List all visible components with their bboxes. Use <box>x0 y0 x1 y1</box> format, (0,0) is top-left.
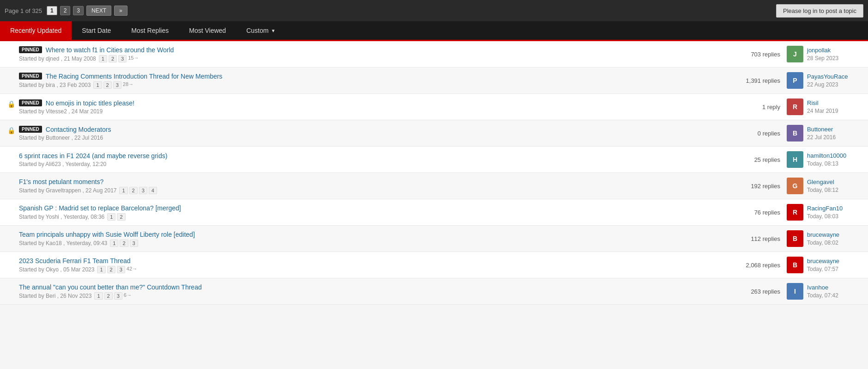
next-button[interactable]: NEXT <box>86 6 111 16</box>
last-poster-username[interactable]: Ivanhoe <box>807 283 838 292</box>
topic-title-link[interactable]: F1's most petulant moments? <box>19 178 103 185</box>
last-poster-info: BButtoneer22 Jul 2016 <box>787 125 861 141</box>
last-poster-username[interactable]: brucewayne <box>807 257 839 265</box>
reply-count: 112 replies <box>743 235 780 242</box>
topic-title-link[interactable]: The Racing Comments Introduction Thread … <box>46 73 223 80</box>
page-link[interactable]: 1 <box>97 266 105 273</box>
topic-meta: Started by bira , 23 Feb 2003123 28→ <box>19 81 713 89</box>
last-poster-username[interactable]: Glengavel <box>807 178 838 186</box>
user-details: brucewayneToday, 07:57 <box>807 257 839 273</box>
page-link[interactable]: 3 <box>118 55 127 62</box>
reply-count: 192 replies <box>743 183 780 190</box>
pinned-badge: PINNED <box>19 99 42 106</box>
table-row: 🔒PINNEDThe Racing Comments Introduction … <box>0 68 868 94</box>
page-link[interactable]: 3 <box>130 240 138 247</box>
topic-title-link[interactable]: 6 sprint races in F1 2024 (and maybe rev… <box>19 152 167 160</box>
topic-title-link[interactable]: 2023 Scuderia Ferrari F1 Team Thread <box>19 257 131 264</box>
topic-content: PINNEDThe Racing Comments Introduction T… <box>19 73 713 89</box>
topic-content: Team principals unhappy with Susie Wolff… <box>19 231 713 247</box>
topic-meta-text: Started by Buttoneer , 22 Jul 2016 <box>19 135 103 141</box>
tab-custom[interactable]: Custom ▼ <box>236 21 285 40</box>
table-row: 🔒PINNEDContacting ModeratorsStarted by B… <box>0 120 868 147</box>
tab-most-replies[interactable]: Most Replies <box>121 21 179 40</box>
topic-meta: Started by Yoshi , Yesterday, 08:3612 <box>19 213 713 221</box>
topic-content: F1's most petulant moments?Started by Gr… <box>19 178 713 194</box>
page-link[interactable]: 1 <box>93 81 102 89</box>
last-poster-info: IIvanhoeToday, 07:42 <box>787 283 861 300</box>
page-link[interactable]: 2 <box>120 240 128 247</box>
topic-title-link[interactable]: Where to watch f1 in Cities around the W… <box>46 46 174 54</box>
last-poster-username[interactable]: RacingFan10 <box>807 204 843 213</box>
tab-start-date[interactable]: Start Date <box>72 21 121 40</box>
last-poster-username[interactable]: hamilton10000 <box>807 152 846 160</box>
table-row: 🔒6 sprint races in F1 2024 (and maybe re… <box>0 147 868 173</box>
topic-right: 192 repliesGGlengavelToday, 08:12 <box>713 178 861 194</box>
more-pages: 6→ <box>124 292 132 300</box>
page-3-button[interactable]: 3 <box>73 6 84 15</box>
topic-title-link[interactable]: No emojis in topic titles please! <box>46 99 134 107</box>
page-link[interactable]: 4 <box>149 187 157 194</box>
last-poster-username[interactable]: jonpollak <box>807 46 838 55</box>
topic-left: 🔒The annual "can you count better than m… <box>7 283 713 300</box>
last-poster-username[interactable]: Risil <box>807 99 838 107</box>
page-link[interactable]: 3 <box>114 292 122 300</box>
page-link[interactable]: 2 <box>109 55 117 62</box>
page-link[interactable]: 3 <box>139 187 147 194</box>
page-link[interactable]: 1 <box>99 55 107 62</box>
topic-left: 🔒PINNEDNo emojis in topic titles please!… <box>7 99 713 115</box>
topic-title-link[interactable]: The annual "can you count better than me… <box>19 283 202 291</box>
page-1-button[interactable]: 1 <box>47 6 57 15</box>
table-row: 🔒2023 Scuderia Ferrari F1 Team ThreadSta… <box>0 252 868 278</box>
page-link[interactable]: 2 <box>129 187 138 194</box>
last-poster-username[interactable]: brucewayne <box>807 231 839 239</box>
page-link[interactable]: 1 <box>110 240 118 247</box>
topic-right: 263 repliesIIvanhoeToday, 07:42 <box>713 283 861 300</box>
user-details: IvanhoeToday, 07:42 <box>807 283 838 300</box>
topic-right: 0 repliesBButtoneer22 Jul 2016 <box>713 125 861 141</box>
topic-left: 🔒6 sprint races in F1 2024 (and maybe re… <box>7 152 713 167</box>
avatar: H <box>787 151 803 168</box>
last-poster-info: RRisil24 Mar 2019 <box>787 98 861 115</box>
topic-title-row: PINNEDContacting Moderators <box>19 126 713 133</box>
topic-title-link[interactable]: Spanish GP : Madrid set to replace Barce… <box>19 204 181 212</box>
tab-most-viewed[interactable]: Most Viewed <box>179 21 236 40</box>
topic-title-link[interactable]: Contacting Moderators <box>46 126 111 133</box>
last-poster-info: GGlengavelToday, 08:12 <box>787 178 861 194</box>
page-link[interactable]: 1 <box>119 187 127 194</box>
last-post-date: Today, 08:03 <box>807 213 843 221</box>
next-arrow-button[interactable]: » <box>114 6 127 16</box>
avatar: J <box>787 46 803 62</box>
table-row: 🔒PINNEDWhere to watch f1 in Cities aroun… <box>0 41 868 68</box>
last-poster-username[interactable]: Buttoneer <box>807 125 836 134</box>
topic-right: 703 repliesJjonpollak28 Sep 2023 <box>713 46 861 62</box>
table-row: 🔒PINNEDNo emojis in topic titles please!… <box>0 94 868 120</box>
last-poster-info: RRacingFan10Today, 08:03 <box>787 204 861 221</box>
page-link[interactable]: 2 <box>117 213 125 221</box>
page-link[interactable]: 1 <box>94 292 103 300</box>
reply-count: 703 replies <box>743 51 780 58</box>
last-post-date: Today, 08:12 <box>807 186 838 194</box>
topic-title-link[interactable]: Team principals unhappy with Susie Wolff… <box>19 231 195 238</box>
topic-meta: Started by Kao18 , Yesterday, 09:43123 <box>19 240 713 247</box>
page-link[interactable]: 2 <box>107 266 115 273</box>
login-button[interactable]: Please log in to post a topic <box>776 4 863 18</box>
reply-count: 25 replies <box>743 156 780 163</box>
topic-title-row: 2023 Scuderia Ferrari F1 Team Thread <box>19 257 713 264</box>
topic-title-row: Team principals unhappy with Susie Wolff… <box>19 231 713 238</box>
page-link[interactable]: 2 <box>103 81 112 89</box>
last-poster-info: PPayasYouRace22 Aug 2023 <box>787 72 861 89</box>
user-details: PayasYouRace22 Aug 2023 <box>807 73 848 89</box>
page-link[interactable]: 1 <box>107 213 115 221</box>
topic-meta: Started by Beri , 26 Nov 2023123 6→ <box>19 292 713 300</box>
last-poster-username[interactable]: PayasYouRace <box>807 73 848 81</box>
page-2-button[interactable]: 2 <box>60 6 71 15</box>
table-row: 🔒Spanish GP : Madrid set to replace Barc… <box>0 199 868 226</box>
topic-content: PINNEDNo emojis in topic titles please!S… <box>19 99 713 115</box>
topic-left: 🔒PINNEDThe Racing Comments Introduction … <box>7 73 713 89</box>
page-link[interactable]: 3 <box>117 266 125 273</box>
page-link[interactable]: 3 <box>113 81 121 89</box>
topic-content: 6 sprint races in F1 2024 (and maybe rev… <box>19 152 713 167</box>
tab-recently-updated[interactable]: Recently Updated <box>0 21 72 40</box>
page-link[interactable]: 2 <box>104 292 113 300</box>
pinned-badge: PINNED <box>19 46 42 53</box>
